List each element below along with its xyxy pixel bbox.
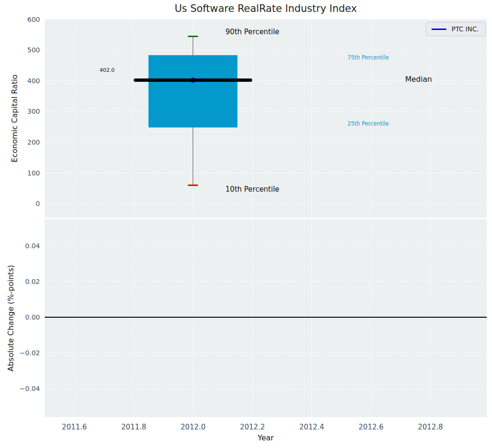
x-tick-label: 2012.6	[350, 423, 393, 431]
y-tick-label: 0	[0, 199, 40, 208]
gridline-vertical	[193, 219, 193, 417]
gridline-vertical	[430, 19, 431, 218]
annotation-402-0: 402.0	[99, 67, 115, 73]
gridline-horizontal	[45, 111, 487, 112]
x-tick-label: 2012.0	[172, 423, 215, 431]
y-tick-label: 0.02	[0, 277, 40, 286]
whisker-cap-upper	[188, 36, 198, 37]
gridline-vertical	[74, 19, 75, 218]
gridline-vertical	[74, 219, 75, 417]
y-tick-label: 400	[0, 77, 40, 85]
figure: Us Software RealRate Industry Index Econ…	[0, 0, 492, 448]
y-tick-label: 600	[0, 15, 40, 24]
legend: PTC INC.	[426, 22, 486, 36]
y-tick-label: 0.00	[0, 313, 40, 321]
gridline-vertical	[133, 219, 134, 417]
x-tick-label: 2012.2	[231, 423, 274, 431]
whisker-cap-lower	[188, 185, 198, 186]
gridline-vertical	[311, 219, 312, 417]
gridline-vertical	[133, 19, 134, 218]
y-tick-label: 500	[0, 46, 40, 54]
gridline-horizontal	[45, 50, 487, 50]
legend-line-sample	[432, 29, 446, 30]
annotation-75th-percentile: 75th Percentile	[347, 54, 389, 61]
x-tick-label: 2011.8	[112, 423, 155, 431]
chart-title: Us Software RealRate Industry Index	[45, 3, 487, 14]
gridline-horizontal	[45, 388, 487, 389]
x-tick-label: 2012.8	[409, 423, 452, 431]
gridline-horizontal	[45, 352, 487, 353]
y-axis-label-top: Economic Capital Ratio	[10, 75, 19, 163]
median-line	[134, 78, 252, 82]
bottom-plot-area	[45, 219, 487, 417]
gridline-horizontal	[45, 204, 487, 204]
y-tick-label: 100	[0, 169, 40, 177]
gridline-vertical	[252, 219, 253, 417]
gridline-horizontal	[45, 281, 487, 282]
gridline-vertical	[311, 19, 312, 218]
annotation-25th-percentile: 25th Percentile	[347, 120, 389, 127]
gridline-vertical	[371, 219, 371, 417]
y-tick-label: 200	[0, 138, 40, 146]
gridline-vertical	[430, 219, 431, 417]
annotation-10th-percentile: 10th Percentile	[226, 185, 279, 194]
gridline-vertical	[371, 19, 371, 218]
x-tick-label: 2011.6	[53, 423, 96, 431]
gridline-horizontal	[45, 19, 487, 19]
gridline-horizontal	[45, 173, 487, 173]
x-tick-label: 2012.4	[290, 423, 333, 431]
y-tick-label: −0.04	[0, 384, 40, 393]
annotation-90th-percentile: 90th Percentile	[226, 28, 279, 36]
gridline-horizontal	[45, 142, 487, 142]
box-iqr	[148, 55, 237, 127]
zero-line	[45, 317, 487, 318]
y-tick-label: −0.02	[0, 349, 40, 357]
gridline-horizontal	[45, 245, 487, 246]
legend-entry-label: PTC INC.	[452, 25, 479, 33]
y-tick-label: 300	[0, 107, 40, 116]
x-axis-label: Year	[45, 433, 487, 442]
annotation-median: Median	[405, 75, 432, 84]
y-tick-label: 0.04	[0, 242, 40, 250]
